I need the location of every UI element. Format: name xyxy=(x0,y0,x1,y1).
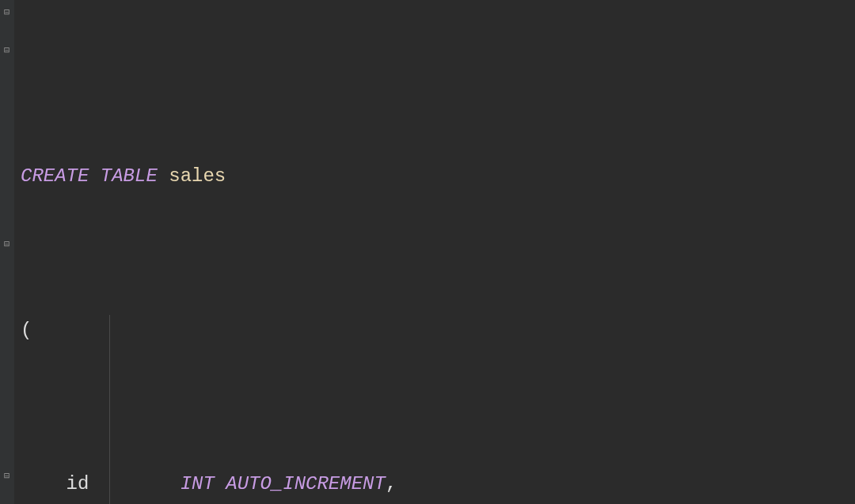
code-line: CREATE TABLE sales xyxy=(14,157,855,196)
fold-icon[interactable]: ⊟ xyxy=(4,8,12,16)
fold-icon[interactable]: ⊟ xyxy=(4,46,12,54)
type: INT AUTO_INCREMENT xyxy=(180,473,386,495)
keyword: CREATE TABLE xyxy=(21,165,169,187)
code-line: id INT AUTO_INCREMENT, xyxy=(14,465,855,504)
code-editor[interactable]: CREATE TABLE sales ( id INT AUTO_INCREME… xyxy=(14,0,855,504)
editor-gutter: ⊟ ⊟ ⊟ ⊟ xyxy=(0,0,14,504)
paren: ( xyxy=(21,320,32,341)
code-line: ( xyxy=(14,312,855,351)
column-name: id xyxy=(66,473,180,495)
table-name: sales xyxy=(169,165,226,187)
fold-icon[interactable]: ⊟ xyxy=(4,472,12,479)
fold-icon[interactable]: ⊟ xyxy=(4,240,12,248)
